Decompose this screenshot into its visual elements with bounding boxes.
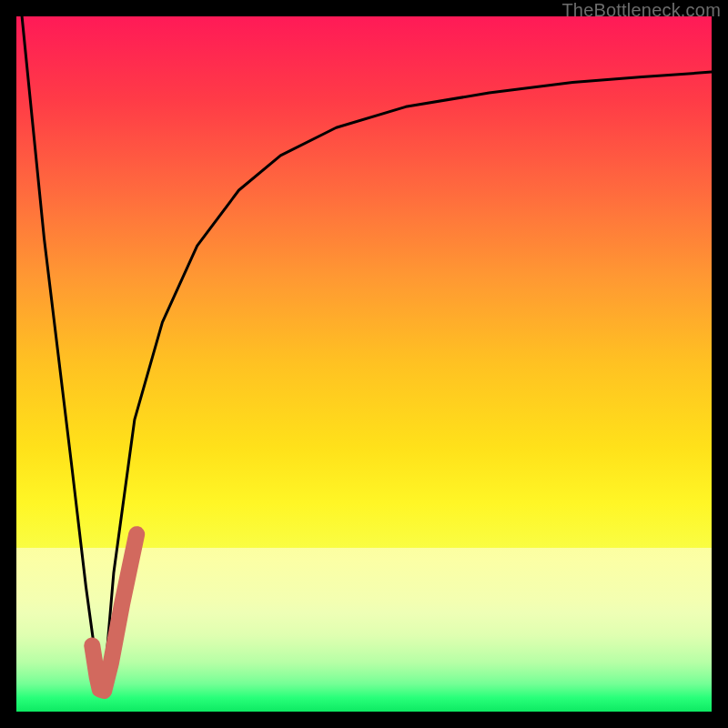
plot-area	[16, 16, 712, 712]
curve-layer	[16, 16, 712, 712]
chart-container: TheBottleneck.com	[0, 0, 728, 728]
